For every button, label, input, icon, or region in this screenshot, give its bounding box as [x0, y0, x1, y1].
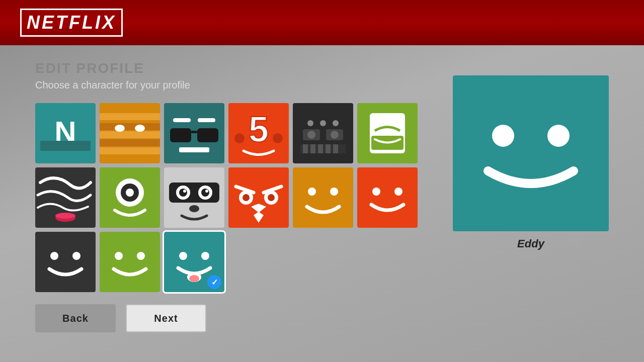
avatar-mask[interactable]: [164, 167, 224, 228]
avatar-smiley-orange[interactable]: [293, 167, 353, 228]
avatar-mummy[interactable]: [100, 103, 160, 163]
svg-rect-17: [179, 147, 209, 152]
svg-rect-6: [100, 131, 160, 138]
svg-point-73: [179, 252, 187, 260]
svg-point-21: [273, 133, 283, 143]
svg-rect-77: [453, 75, 609, 231]
netflix-logo: NETFLIX: [20, 9, 123, 37]
svg-rect-33: [318, 144, 323, 153]
svg-point-53: [205, 190, 208, 193]
avatar-netflix-n[interactable]: N: [35, 103, 96, 163]
svg-point-41: [55, 213, 75, 219]
svg-rect-16: [191, 131, 197, 133]
avatar-smiley-dark[interactable]: [35, 232, 96, 292]
svg-point-58: [243, 194, 250, 201]
svg-point-29: [331, 131, 339, 139]
svg-point-68: [72, 252, 80, 260]
svg-point-45: [126, 189, 134, 197]
svg-rect-2: [40, 141, 91, 151]
svg-point-10: [135, 125, 145, 132]
svg-rect-4: [100, 113, 160, 120]
svg-point-71: [137, 252, 145, 260]
avatar-smiley-teal-selected[interactable]: [164, 232, 224, 292]
avatar-robot[interactable]: [293, 103, 353, 163]
svg-rect-31: [303, 144, 308, 153]
svg-point-20: [234, 133, 245, 143]
page-subtitle: Choose a character for your profile: [35, 79, 433, 91]
avatar-ghost[interactable]: [357, 103, 418, 163]
svg-point-25: [333, 120, 339, 126]
svg-rect-7: [100, 139, 160, 146]
app-header: NETFLIX: [0, 0, 644, 45]
svg-point-23: [307, 120, 313, 126]
svg-point-74: [201, 252, 209, 260]
left-panel: EDIT PROFILE Choose a character for your…: [35, 60, 433, 332]
svg-rect-13: [198, 118, 215, 122]
svg-point-67: [50, 252, 58, 260]
svg-point-9: [115, 125, 125, 132]
svg-point-65: [394, 188, 403, 196]
back-button[interactable]: Back: [35, 304, 116, 332]
page-title: EDIT PROFILE: [35, 60, 433, 76]
selected-check-icon: [207, 275, 221, 289]
svg-point-52: [183, 190, 186, 193]
svg-point-76: [189, 275, 199, 282]
svg-point-28: [307, 131, 315, 139]
svg-rect-22: [293, 103, 353, 163]
svg-rect-69: [100, 232, 160, 292]
svg-point-54: [189, 205, 199, 212]
avatar-smiley-green[interactable]: [100, 232, 160, 292]
next-button[interactable]: Next: [126, 304, 206, 332]
avatar-smiley-red[interactable]: [357, 167, 418, 228]
svg-rect-32: [310, 144, 315, 153]
svg-point-70: [115, 252, 123, 260]
avatar-cool[interactable]: [164, 103, 224, 163]
svg-rect-63: [357, 167, 418, 228]
svg-point-24: [320, 120, 326, 126]
preview-character-name: Eddy: [517, 237, 544, 250]
avatar-fox[interactable]: [228, 167, 289, 228]
svg-point-64: [372, 188, 380, 196]
avatar-five[interactable]: 5: [228, 103, 289, 163]
svg-rect-8: [100, 147, 160, 154]
main-content: EDIT PROFILE Choose a character for your…: [0, 45, 644, 342]
avatar-cyclops[interactable]: [100, 167, 160, 228]
svg-rect-60: [293, 167, 353, 228]
svg-point-79: [547, 125, 570, 147]
avatar-wind[interactable]: [35, 167, 96, 228]
svg-rect-35: [333, 144, 338, 153]
svg-rect-66: [35, 232, 96, 292]
action-buttons: Back Next: [35, 304, 433, 332]
svg-text:5: 5: [249, 109, 269, 149]
svg-point-61: [308, 188, 316, 196]
avatar-grid: N: [35, 103, 433, 292]
svg-point-62: [330, 188, 338, 196]
svg-point-59: [268, 194, 275, 201]
svg-rect-12: [173, 118, 191, 122]
svg-rect-34: [326, 144, 331, 153]
svg-rect-5: [100, 123, 160, 130]
svg-point-50: [179, 189, 187, 197]
svg-point-51: [201, 189, 209, 197]
svg-point-78: [492, 125, 514, 147]
svg-rect-15: [197, 128, 218, 142]
preview-avatar-large: [453, 75, 609, 231]
svg-rect-14: [170, 128, 191, 142]
preview-panel: Eddy: [453, 60, 609, 332]
